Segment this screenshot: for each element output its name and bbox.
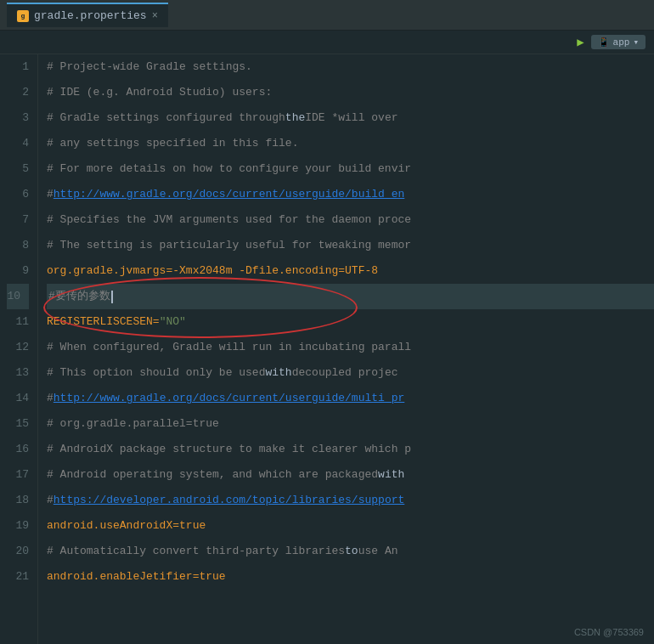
line-num-1: 1	[7, 54, 29, 80]
code-line-19: android.useAndroidX=true	[47, 513, 654, 539]
code-line-13: # This option should only be used with d…	[47, 360, 654, 386]
line-num-6: 6	[7, 182, 29, 207]
code-line-15: # org.gradle.parallel=true	[47, 411, 654, 437]
code-line-17: # Android operating system, and which ar…	[47, 462, 654, 488]
lines-10-11-wrapper: #要传的参数 REGISTERLISCESEN="NO"	[47, 284, 654, 335]
tab-filename: gradle.properties	[34, 9, 147, 22]
code-line-4: # any settings specified in this file.	[47, 131, 654, 156]
line-num-18: 18	[7, 488, 29, 513]
line-num-7: 7	[7, 207, 29, 233]
line-num-4: 4	[7, 131, 29, 156]
watermark: CSDN @753369	[574, 627, 644, 637]
line-num-13: 13	[7, 360, 29, 386]
line-num-12: 12	[7, 335, 29, 360]
code-line-7: # Specifies the JVM arguments used for t…	[47, 207, 654, 233]
android-icon: 📱	[598, 37, 610, 48]
line-num-16: 16	[7, 437, 29, 462]
top-bar: ▶ 📱 app ▾	[0, 31, 654, 54]
code-line-12: # When configured, Gradle will run in in…	[47, 335, 654, 360]
tab-close-button[interactable]: ×	[152, 10, 158, 22]
line-num-15: 15	[7, 411, 29, 437]
line-num-17: 17	[7, 462, 29, 488]
code-line-1: # Project-wide Gradle settings.	[47, 54, 654, 80]
code-line-3: # Gradle settings configured through the…	[47, 105, 654, 131]
code-line-20: # Automatically convert third-party libr…	[47, 539, 654, 564]
line-num-8: 8	[7, 233, 29, 258]
line-num-9: 9	[7, 258, 29, 284]
line-num-11: 11	[7, 309, 29, 335]
code-area[interactable]: # Project-wide Gradle settings. # IDE (e…	[38, 54, 654, 644]
line-num-2: 2	[7, 80, 29, 105]
line-num-14: 14	[7, 386, 29, 411]
line-num-21: 21	[7, 564, 29, 590]
file-tab[interactable]: g gradle.properties ×	[7, 3, 168, 27]
code-line-21: android.enableJetifier=true	[47, 564, 654, 590]
code-line-2: # IDE (e.g. Android Studio) users:	[47, 80, 654, 105]
run-icon[interactable]: ▶	[577, 35, 584, 49]
run-arrow-icon: ▶	[577, 35, 584, 49]
editor-container: 1 2 3 4 5 6 7 8 9 10 11 12 13 14 15 16 1…	[0, 54, 654, 644]
line-num-20: 20	[7, 539, 29, 564]
code-line-9: org.gradle.jvmargs=-Xmx2048m -Dfile.enco…	[47, 258, 654, 284]
code-line-18: # https://developer.android.com/topic/li…	[47, 488, 654, 513]
tab-icon: g	[17, 10, 29, 22]
title-bar: g gradle.properties ×	[0, 0, 654, 31]
code-line-10: #要传的参数	[47, 284, 654, 309]
code-line-16: # AndroidX package structure to make it …	[47, 437, 654, 462]
code-line-8: # The setting is particularly useful for…	[47, 233, 654, 258]
code-line-14: # http://www.gradle.org/docs/current/use…	[47, 386, 654, 411]
code-line-11: REGISTERLISCESEN="NO"	[47, 309, 654, 335]
line-num-3: 3	[7, 105, 29, 131]
line-num-10: 10	[7, 284, 29, 309]
dropdown-icon: ▾	[633, 37, 639, 48]
code-line-6: # http://www.gradle.org/docs/current/use…	[47, 182, 654, 207]
line-num-19: 19	[7, 513, 29, 539]
code-line-5: # For more details on how to configure y…	[47, 156, 654, 182]
app-label: app	[613, 37, 630, 48]
line-numbers: 1 2 3 4 5 6 7 8 9 10 11 12 13 14 15 16 1…	[0, 54, 38, 644]
line-num-5: 5	[7, 156, 29, 182]
app-selector[interactable]: 📱 app ▾	[591, 35, 646, 49]
